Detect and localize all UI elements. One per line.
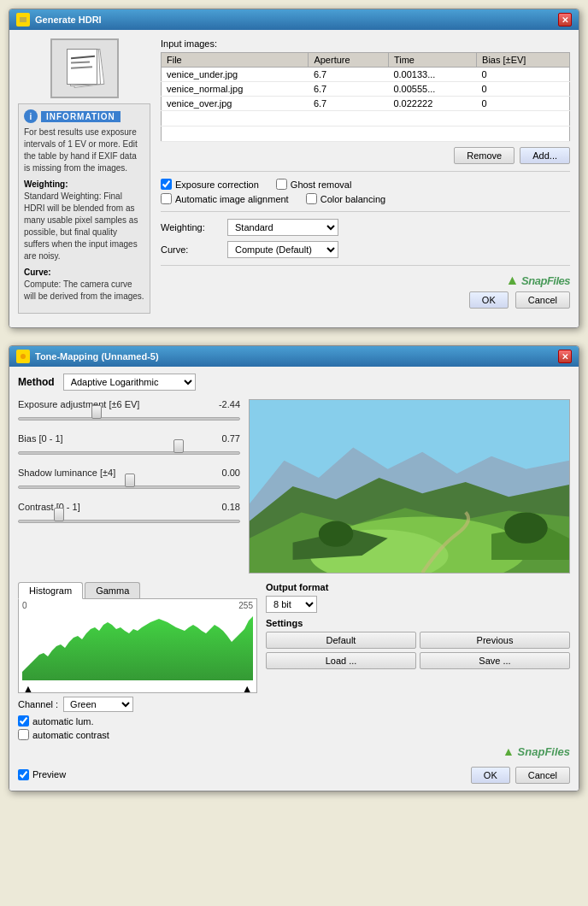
ghost-removal-check[interactable]: Ghost removal xyxy=(276,179,352,190)
shadow-value: 0.00 xyxy=(210,468,240,478)
auto-alignment-check[interactable]: Automatic image alignment xyxy=(161,193,289,204)
auto-alignment-input[interactable] xyxy=(161,193,172,204)
preview-landscape xyxy=(249,399,570,574)
preview-check[interactable]: Preview xyxy=(18,769,66,780)
curve-select[interactable]: Compute (Default) Linear Gamma xyxy=(227,241,338,258)
app-icon xyxy=(16,13,30,26)
bias-value: 0.77 xyxy=(210,433,240,444)
cell-file: venice_over.jpg xyxy=(162,97,309,111)
save-button[interactable]: Save ... xyxy=(420,652,570,669)
exposure-correction-check[interactable]: Exposure correction xyxy=(161,179,259,190)
histogram-svg xyxy=(19,612,256,680)
weighting-section-text: Standard Weighting: Final HDRI will be b… xyxy=(24,191,144,262)
tone-close-button[interactable]: ✕ xyxy=(558,350,572,363)
shadow-slider-group: Shadow luminance [±4] 0.00 xyxy=(18,468,240,495)
tone-controls: Exposure adjustment [±6 EV] -2.44 Bias [… xyxy=(18,399,240,574)
information-box: i INFORMATION For best results use expos… xyxy=(18,103,150,314)
tone-preview xyxy=(249,399,570,574)
tone-mapping-window: Tone-Mapping (Unnamed-5) ✕ Method Adapti… xyxy=(9,345,579,791)
bias-slider-group: Bias [0 - 1] 0.77 xyxy=(18,433,240,461)
bit-depth-select[interactable]: 8 bit 16 bit 32 bit xyxy=(266,596,317,613)
weighting-select[interactable]: Standard Uniform Highlight xyxy=(227,219,338,236)
remove-button[interactable]: Remove xyxy=(454,147,514,164)
method-select[interactable]: Adaptive Logarithmic Reinhard Drago Ashi… xyxy=(63,374,196,391)
previous-button[interactable]: Previous xyxy=(420,632,570,649)
auto-lum-input[interactable] xyxy=(18,715,29,727)
tone-ok-button[interactable]: OK xyxy=(471,767,510,784)
weighting-row: Weighting: Standard Uniform Highlight xyxy=(161,219,570,236)
histogram-numbers: 0 255 xyxy=(19,599,256,612)
cell-aperture: 6.7 xyxy=(309,82,389,97)
preview-label: Preview xyxy=(32,769,66,780)
file-action-buttons: Remove Add... xyxy=(161,147,570,164)
checkbox-row-1: Exposure correction Ghost removal xyxy=(161,179,570,190)
tone-dialog-buttons: OK Cancel xyxy=(471,767,570,784)
table-row[interactable]: venice_over.jpg 6.7 0.022222 0 xyxy=(162,97,570,111)
hdri-cancel-button[interactable]: Cancel xyxy=(515,291,570,309)
right-arrow-icon[interactable]: ▲ xyxy=(241,682,253,693)
color-balancing-input[interactable] xyxy=(306,193,317,204)
snapfiles-watermark: ▲ SnapFiles xyxy=(161,273,570,288)
color-balancing-check[interactable]: Color balancing xyxy=(306,193,385,204)
close-button[interactable]: ✕ xyxy=(558,13,572,26)
tone-cancel-button[interactable]: Cancel xyxy=(515,767,570,784)
exposure-value: -2.44 xyxy=(210,399,240,409)
contrast-thumb[interactable] xyxy=(54,508,64,521)
table-row-empty xyxy=(162,126,570,142)
generate-hdri-titlebar: Generate HDRI ✕ xyxy=(9,9,579,30)
cell-time: 0.022222 xyxy=(388,97,476,111)
channel-select[interactable]: Green Red Blue Luminance xyxy=(63,697,133,712)
output-format-label: Output format xyxy=(266,582,570,592)
preview-input[interactable] xyxy=(18,769,29,780)
auto-contrast-input[interactable] xyxy=(18,729,29,740)
cell-bias: 0 xyxy=(477,82,570,97)
default-button[interactable]: Default xyxy=(266,632,416,649)
cell-time: 0.00555... xyxy=(388,82,476,97)
ghost-removal-input[interactable] xyxy=(276,179,287,190)
image-preview xyxy=(50,38,119,98)
exposure-slider-group: Exposure adjustment [±6 EV] -2.44 xyxy=(18,399,240,427)
output-section: Output format 8 bit 16 bit 32 bit Settin… xyxy=(266,582,570,743)
col-aperture: Aperture xyxy=(309,53,389,68)
auto-contrast-check[interactable]: automatic contrast xyxy=(18,729,257,740)
table-row[interactable]: venice_under.jpg 6.7 0.00133... 0 xyxy=(162,68,570,82)
info-main-text: For best results use exposure intervals … xyxy=(24,126,144,174)
load-button[interactable]: Load ... xyxy=(266,652,416,669)
left-arrow-icon[interactable]: ▲ xyxy=(22,682,34,693)
bias-label: Bias [0 - 1] xyxy=(18,433,63,444)
info-panel: i INFORMATION For best results use expos… xyxy=(18,38,150,319)
col-time: Time xyxy=(388,53,476,68)
cell-time: 0.00133... xyxy=(388,68,476,82)
cell-aperture: 6.7 xyxy=(309,97,389,111)
histogram-section: Histogram Gamma 0 255 xyxy=(18,582,257,743)
hdri-ok-button[interactable]: OK xyxy=(469,291,509,309)
method-label: Method xyxy=(18,376,55,388)
tone-watermark: ▲ SnapFiles xyxy=(18,744,570,758)
generate-hdri-title: Generate HDRI xyxy=(35,15,102,25)
auto-lum-label: automatic lum. xyxy=(32,716,94,727)
histogram-min: 0 xyxy=(22,601,27,610)
auto-lum-check[interactable]: automatic lum. xyxy=(18,715,257,727)
weighting-label: Weighting: xyxy=(161,222,220,232)
shadow-thumb[interactable] xyxy=(125,474,135,487)
cell-bias: 0 xyxy=(477,68,570,82)
curve-section-text: Compute: The camera curve will be derive… xyxy=(24,279,144,303)
add-button[interactable]: Add... xyxy=(520,147,570,164)
tone-app-icon xyxy=(16,350,30,363)
bias-thumb[interactable] xyxy=(173,439,184,453)
output-format-row: 8 bit 16 bit 32 bit xyxy=(266,596,570,613)
curve-section-title: Curve: xyxy=(24,268,144,277)
tab-histogram[interactable]: Histogram xyxy=(18,582,83,599)
file-table: File Aperture Time Bias [±EV] venice_und… xyxy=(161,52,570,142)
table-row[interactable]: venice_normal.jpg 6.7 0.00555... 0 xyxy=(162,82,570,97)
tab-gamma[interactable]: Gamma xyxy=(85,582,140,598)
auto-alignment-label: Automatic image alignment xyxy=(175,194,289,204)
method-row: Method Adaptive Logarithmic Reinhard Dra… xyxy=(18,374,570,391)
exposure-thumb[interactable] xyxy=(91,405,102,419)
curve-label: Curve: xyxy=(161,244,220,255)
weighting-section-title: Weighting: xyxy=(24,179,144,189)
exposure-correction-input[interactable] xyxy=(161,179,172,190)
input-images-label: Input images: xyxy=(161,38,570,49)
tone-mapping-titlebar: Tone-Mapping (Unnamed-5) ✕ xyxy=(9,346,579,367)
info-icon: i xyxy=(24,109,38,123)
